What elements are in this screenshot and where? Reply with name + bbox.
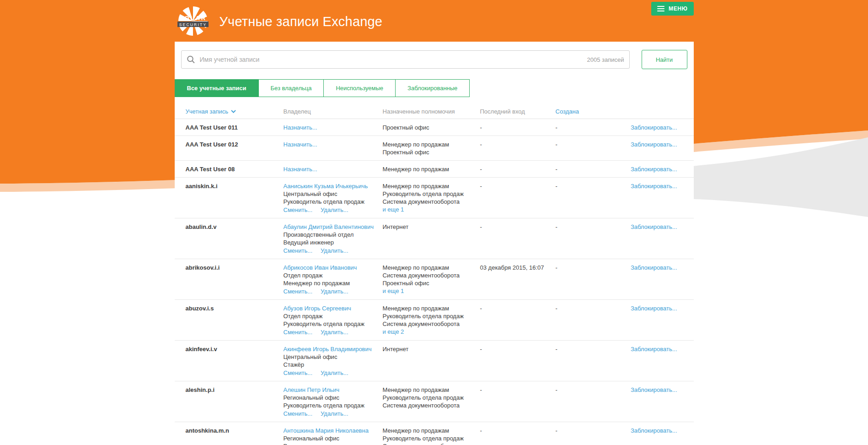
filter-tab-2[interactable]: Неиспользуемые	[324, 79, 396, 97]
account-cell: aaniskin.k.i	[186, 182, 284, 214]
assign-owner-link[interactable]: Назначить...	[284, 141, 317, 148]
owner-change-link[interactable]: Сменить...	[284, 328, 313, 336]
owner-actions: Сменить...Удалить...	[284, 288, 383, 295]
owner-remove-link[interactable]: Удалить...	[321, 369, 348, 377]
owner-cell: Абрикосов Иван ИвановичОтдел продажМенед…	[284, 264, 383, 295]
owner-name-link[interactable]: Абузов Игорь Сергеевич	[284, 304, 383, 312]
account-name: aaniskin.k.i	[186, 183, 218, 190]
action-cell: Заблокировать...	[629, 345, 683, 377]
records-count: 2005 записей	[587, 56, 624, 63]
owner-remove-link[interactable]: Удалить...	[321, 328, 348, 336]
owner-change-link[interactable]: Сменить...	[284, 369, 313, 377]
permission-item: Интернет	[383, 345, 480, 353]
owner-name-link[interactable]: Абаулин Дмитрий Валентинович	[284, 223, 383, 231]
permission-item: Менеджер по продажам	[383, 165, 480, 173]
last-login-cell: -	[480, 223, 556, 255]
permission-item: Система документооборота	[383, 271, 480, 279]
filter-tab-3[interactable]: Заблокированные	[396, 79, 470, 97]
permission-item: Руководитель отдела продаж	[383, 394, 480, 402]
owner-actions: Сменить...Удалить...	[284, 206, 383, 214]
account-cell: AAA Test User 011	[186, 124, 284, 131]
owner-name-link[interactable]: Абрикосов Иван Иванович	[284, 264, 383, 271]
last-login-cell: -	[480, 386, 556, 418]
action-cell: Заблокировать...	[629, 165, 683, 173]
table-row: abuzov.i.sАбузов Игорь СергеевичОтдел пр…	[175, 300, 694, 341]
block-link[interactable]: Заблокировать...	[631, 223, 677, 230]
owner-name-link[interactable]: Алешин Петр Ильич	[284, 386, 383, 394]
owner-cell: Акинфеев Игорь ВладимировичЦентральный о…	[284, 345, 383, 377]
owner-remove-link[interactable]: Удалить...	[321, 247, 348, 255]
owner-change-link[interactable]: Сменить...	[284, 206, 313, 214]
search-box: 2005 записей	[181, 50, 630, 69]
owner-position: Руководитель отдела продаж	[284, 402, 383, 409]
block-link[interactable]: Заблокировать...	[631, 427, 677, 434]
column-header-created[interactable]: Создана	[556, 108, 629, 115]
assign-owner-link[interactable]: Назначить...	[284, 166, 317, 173]
table-header: Учетная запись Владелец Назначенные полн…	[175, 104, 694, 119]
more-permissions-link[interactable]: и еще 1	[383, 287, 480, 295]
block-link[interactable]: Заблокировать...	[631, 141, 677, 148]
account-name: abuzov.i.s	[186, 305, 214, 312]
owner-department: Отдел продаж	[284, 271, 383, 279]
owner-name-link[interactable]: Ааниськин Кузьма Ичькерьичь	[284, 182, 383, 190]
table-row: abaulin.d.vАбаулин Дмитрий ВалентиновичП…	[175, 218, 694, 259]
created-cell: -	[556, 182, 629, 214]
column-header-account[interactable]: Учетная запись	[186, 108, 284, 115]
assign-owner-link[interactable]: Назначить...	[284, 124, 317, 131]
owner-cell: Алешин Петр ИльичРегиональный офисРуково…	[284, 386, 383, 418]
more-permissions-link[interactable]: и еще 2	[383, 328, 480, 336]
permission-item: Система документооборота	[383, 320, 480, 328]
account-cell: AAA Test User 012	[186, 141, 284, 156]
block-link[interactable]: Заблокировать...	[631, 124, 677, 131]
owner-actions: Сменить...Удалить...	[284, 369, 383, 377]
block-link[interactable]: Заблокировать...	[631, 386, 677, 393]
permission-item: Менеджер по продажам	[383, 141, 480, 148]
owner-remove-link[interactable]: Удалить...	[321, 206, 348, 214]
block-link[interactable]: Заблокировать...	[631, 166, 677, 173]
filter-tabs: Все учетные записиБез владельцаНеиспольз…	[175, 79, 694, 97]
search-input[interactable]	[182, 51, 629, 68]
block-link[interactable]: Заблокировать...	[631, 264, 677, 271]
owner-remove-link[interactable]: Удалить...	[321, 410, 348, 418]
logo-text-solar: SOLAR	[179, 15, 207, 22]
owner-position: Руководитель отдела продаж	[284, 442, 383, 445]
created-cell: -	[556, 223, 629, 255]
owner-cell: Назначить...	[284, 124, 383, 131]
action-cell: Заблокировать...	[629, 182, 683, 214]
last-login-cell: -	[480, 182, 556, 214]
action-cell: Заблокировать...	[629, 141, 683, 156]
owner-change-link[interactable]: Сменить...	[284, 247, 313, 255]
find-button[interactable]: Найти	[642, 50, 687, 69]
last-login-cell: -	[480, 124, 556, 131]
table-row: aaniskin.k.iАаниськин Кузьма ИчькерьичьЦ…	[175, 178, 694, 218]
owner-position: Руководитель отдела продаж	[284, 198, 383, 206]
permission-item: Руководитель отдела продаж	[383, 190, 480, 198]
permission-item: Менеджер по продажам	[383, 386, 480, 394]
account-cell: aleshin.p.i	[186, 386, 284, 418]
filter-tab-0[interactable]: Все учетные записи	[175, 79, 259, 97]
logo-text-security: SECURITY	[179, 22, 207, 27]
permission-item: Проектный офис	[383, 124, 480, 131]
owner-change-link[interactable]: Сменить...	[284, 288, 313, 295]
last-login-cell: 03 декабря 2015, 16:07	[480, 264, 556, 295]
account-cell: antoshkina.m.n	[186, 427, 284, 445]
filter-tab-1[interactable]: Без владельца	[259, 79, 324, 97]
more-permissions-link[interactable]: и еще 1	[383, 206, 480, 213]
created-cell: -	[556, 141, 629, 156]
last-login-cell: -	[480, 345, 556, 377]
owner-cell: Назначить...	[284, 165, 383, 173]
owner-cell: Антошкина Мария НиколаевнаРегиональный о…	[284, 427, 383, 445]
block-link[interactable]: Заблокировать...	[631, 305, 677, 312]
owner-remove-link[interactable]: Удалить...	[321, 288, 348, 295]
owner-name-link[interactable]: Антошкина Мария Николаевна	[284, 427, 383, 434]
menu-button[interactable]: МЕНЮ	[651, 2, 693, 16]
column-header-owner: Владелец	[284, 108, 383, 115]
hamburger-icon	[657, 6, 664, 11]
account-cell: AAA Test User 08	[186, 165, 284, 173]
block-link[interactable]: Заблокировать...	[631, 346, 677, 353]
owner-department: Региональный офис	[284, 434, 383, 442]
owner-name-link[interactable]: Акинфеев Игорь Владимирович	[284, 345, 383, 353]
account-cell: abaulin.d.v	[186, 223, 284, 255]
owner-change-link[interactable]: Сменить...	[284, 410, 313, 418]
block-link[interactable]: Заблокировать...	[631, 183, 677, 190]
